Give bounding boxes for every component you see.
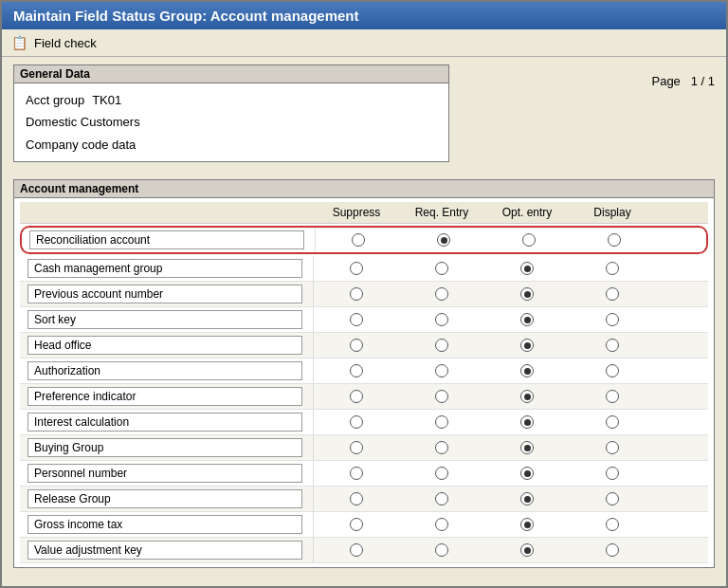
radio-cell-display[interactable] (570, 543, 655, 557)
radio-cell-opt_entry[interactable] (484, 415, 570, 429)
radio-cell-req_entry[interactable] (399, 339, 484, 352)
radio-cell-opt_entry[interactable] (484, 262, 570, 275)
radio-opt_entry[interactable] (520, 467, 534, 480)
radio-display[interactable] (606, 339, 619, 352)
radio-cell-req_entry[interactable] (399, 492, 484, 505)
radio-suppress[interactable] (350, 441, 363, 454)
radio-cell-suppress[interactable] (314, 364, 399, 377)
radio-display[interactable] (606, 492, 619, 505)
radio-opt_entry[interactable] (520, 492, 534, 505)
radio-cell-suppress[interactable] (314, 287, 399, 301)
radio-req_entry[interactable] (435, 441, 448, 454)
radio-cell-req_entry[interactable] (399, 441, 484, 454)
radio-req_entry[interactable] (435, 313, 448, 326)
radio-cell-suppress[interactable] (314, 415, 399, 429)
radio-suppress[interactable] (350, 262, 363, 275)
radio-suppress[interactable] (350, 390, 363, 403)
radio-cell-req_entry[interactable] (399, 543, 484, 557)
radio-opt_entry[interactable] (520, 287, 534, 301)
radio-suppress[interactable] (350, 467, 363, 480)
radio-display[interactable] (606, 390, 619, 403)
radio-cell-display[interactable] (570, 287, 655, 301)
radio-suppress[interactable] (350, 313, 363, 326)
reconciliation-req-entry-radio[interactable] (401, 231, 486, 248)
radio-display[interactable] (606, 467, 619, 480)
radio-req_entry[interactable] (435, 287, 448, 301)
radio-cell-opt_entry[interactable] (484, 364, 570, 377)
radio-display[interactable] (606, 313, 619, 326)
radio-opt_entry[interactable] (520, 415, 534, 429)
radio-cell-suppress[interactable] (314, 262, 399, 275)
radio-req_entry[interactable] (435, 518, 448, 531)
reconciliation-opt-entry-radio[interactable] (486, 231, 572, 248)
radio-req_entry[interactable] (435, 415, 448, 429)
radio-suppress[interactable] (350, 364, 363, 377)
radio-display[interactable] (606, 262, 619, 275)
radio-cell-opt_entry[interactable] (484, 543, 570, 557)
radio-cell-display[interactable] (570, 441, 655, 454)
radio-cell-suppress[interactable] (314, 313, 399, 326)
radio-cell-req_entry[interactable] (399, 415, 484, 429)
radio-cell-opt_entry[interactable] (484, 339, 570, 352)
radio-cell-display[interactable] (570, 415, 655, 429)
radio-cell-suppress[interactable] (314, 543, 399, 557)
reconciliation-display-radio[interactable] (572, 231, 657, 248)
radio-cell-opt_entry[interactable] (484, 390, 570, 403)
radio-cell-suppress[interactable] (314, 390, 399, 403)
radio-cell-req_entry[interactable] (399, 518, 484, 531)
radio-display[interactable] (606, 364, 619, 377)
radio-cell-display[interactable] (570, 467, 655, 480)
radio-cell-suppress[interactable] (314, 441, 399, 454)
radio-cell-display[interactable] (570, 518, 655, 531)
radio-suppress[interactable] (350, 492, 363, 505)
radio-suppress[interactable] (352, 233, 365, 247)
radio-cell-opt_entry[interactable] (484, 313, 570, 326)
radio-cell-suppress[interactable] (314, 492, 399, 505)
radio-req_entry[interactable] (435, 390, 448, 403)
radio-cell-opt_entry[interactable] (484, 518, 570, 531)
radio-req_entry[interactable] (435, 467, 448, 480)
radio-opt_entry[interactable] (520, 441, 534, 454)
radio-cell-opt_entry[interactable] (484, 287, 570, 301)
radio-suppress[interactable] (350, 415, 363, 429)
radio-req_entry[interactable] (435, 364, 448, 377)
radio-cell-display[interactable] (570, 390, 655, 403)
radio-opt-entry[interactable] (522, 233, 536, 247)
radio-req_entry[interactable] (435, 262, 448, 275)
radio-cell-display[interactable] (570, 492, 655, 505)
radio-cell-suppress[interactable] (314, 339, 399, 352)
radio-suppress[interactable] (350, 339, 363, 352)
radio-display[interactable] (606, 441, 619, 454)
radio-display[interactable] (606, 518, 619, 531)
radio-cell-opt_entry[interactable] (484, 441, 570, 454)
radio-cell-opt_entry[interactable] (484, 492, 570, 505)
radio-opt_entry[interactable] (520, 339, 534, 352)
radio-cell-display[interactable] (570, 339, 655, 352)
radio-cell-req_entry[interactable] (399, 287, 484, 301)
field-check-label[interactable]: Field check (34, 36, 97, 50)
radio-opt_entry[interactable] (520, 518, 534, 531)
radio-cell-display[interactable] (570, 262, 655, 275)
radio-req_entry[interactable] (435, 543, 448, 557)
radio-suppress[interactable] (350, 543, 363, 557)
radio-req_entry[interactable] (435, 492, 448, 505)
radio-suppress[interactable] (350, 518, 363, 531)
radio-suppress[interactable] (350, 287, 363, 301)
reconciliation-suppress-radio[interactable] (316, 231, 401, 248)
radio-display[interactable] (606, 415, 619, 429)
radio-cell-opt_entry[interactable] (484, 467, 570, 480)
radio-display[interactable] (606, 543, 619, 557)
radio-opt_entry[interactable] (520, 364, 534, 377)
radio-opt_entry[interactable] (520, 390, 534, 403)
radio-cell-suppress[interactable] (314, 467, 399, 480)
radio-cell-display[interactable] (570, 313, 655, 326)
radio-cell-req_entry[interactable] (399, 313, 484, 326)
radio-cell-req_entry[interactable] (399, 364, 484, 377)
radio-cell-display[interactable] (570, 364, 655, 377)
radio-req-entry[interactable] (437, 233, 450, 247)
radio-cell-req_entry[interactable] (399, 467, 484, 480)
radio-opt_entry[interactable] (520, 262, 534, 275)
radio-opt_entry[interactable] (520, 313, 534, 326)
radio-req_entry[interactable] (435, 339, 448, 352)
radio-display[interactable] (606, 287, 619, 301)
